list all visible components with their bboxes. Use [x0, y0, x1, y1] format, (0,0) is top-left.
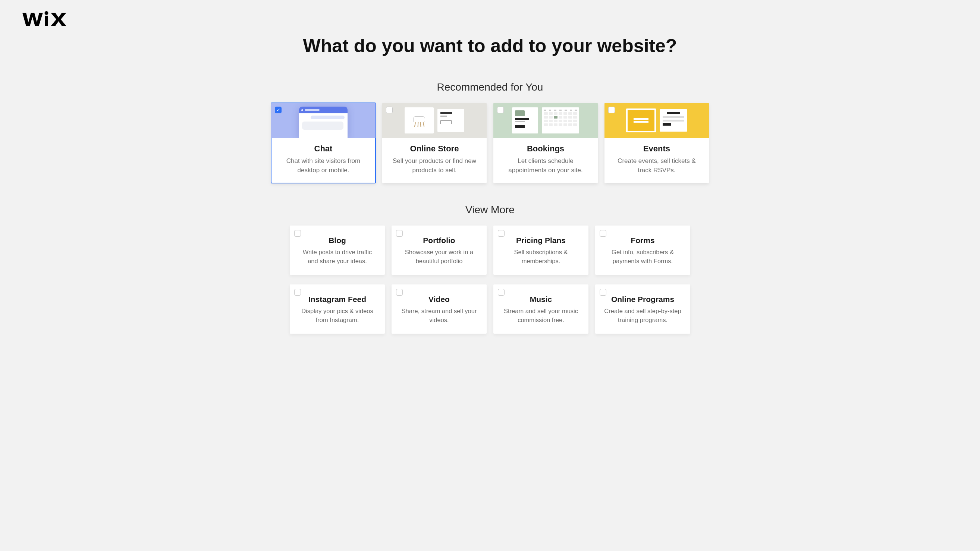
feature-desc: Sell your products or find new products … — [389, 157, 480, 175]
feature-title: Forms — [603, 236, 683, 245]
feature-title: Online Store — [389, 144, 480, 154]
feature-title: Music — [501, 295, 581, 304]
feature-desc: Let clients schedule appointments on you… — [500, 157, 591, 175]
feature-thumb-bookings — [493, 103, 598, 138]
feature-title: Pricing Plans — [501, 236, 581, 245]
checkbox-video[interactable] — [396, 289, 403, 295]
checkbox-online-store[interactable] — [386, 106, 393, 113]
feature-desc: Showcase your work in a beautiful portfo… — [399, 248, 479, 266]
feature-desc: Stream and sell your music commission fr… — [501, 307, 581, 325]
feature-desc: Display your pics & videos from Instagra… — [297, 307, 377, 325]
feature-thumb-online-store — [382, 103, 487, 138]
checkbox-pricing-plans[interactable] — [498, 230, 504, 237]
checkbox-events[interactable] — [608, 106, 615, 113]
feature-thumb-events — [605, 103, 709, 138]
feature-card-pricing-plans[interactable]: Pricing Plans Sell subscriptions & membe… — [493, 225, 589, 275]
svg-point-1 — [45, 11, 48, 15]
feature-title: Events — [611, 144, 702, 154]
checkbox-bookings[interactable] — [497, 106, 504, 113]
feature-card-online-programs[interactable]: Online Programs Create and sell step-by-… — [595, 284, 690, 333]
checkbox-music[interactable] — [498, 289, 504, 295]
feature-title: Online Programs — [603, 295, 683, 304]
feature-title: Chat — [278, 144, 369, 154]
feature-card-video[interactable]: Video Share, stream and sell your videos… — [391, 284, 487, 333]
view-more-heading: View More — [22, 204, 958, 216]
feature-card-forms[interactable]: Forms Get info, subscribers & payments w… — [595, 225, 690, 275]
feature-thumb-chat — [271, 103, 375, 138]
checkbox-blog[interactable] — [294, 230, 301, 237]
feature-title: Portfolio — [399, 236, 479, 245]
feature-card-bookings[interactable]: Bookings Let clients schedule appointmen… — [493, 103, 598, 183]
more-cards-row-1: Blog Write posts to drive traffic and sh… — [22, 225, 958, 275]
checkbox-portfolio[interactable] — [396, 230, 403, 237]
feature-desc: Sell subscriptions & memberships. — [501, 248, 581, 266]
feature-card-online-store[interactable]: Online Store Sell your products or find … — [382, 103, 487, 183]
checkbox-forms[interactable] — [600, 230, 606, 237]
feature-card-events[interactable]: Events Create events, sell tickets & tra… — [605, 103, 709, 183]
feature-desc: Write posts to drive traffic and share y… — [297, 248, 377, 266]
feature-title: Bookings — [500, 144, 591, 154]
feature-card-instagram-feed[interactable]: Instagram Feed Display your pics & video… — [290, 284, 385, 333]
svg-rect-0 — [45, 16, 48, 26]
feature-card-portfolio[interactable]: Portfolio Showcase your work in a beauti… — [391, 225, 487, 275]
recommended-heading: Recommended for You — [22, 81, 958, 93]
feature-card-blog[interactable]: Blog Write posts to drive traffic and sh… — [290, 225, 385, 275]
feature-desc: Chat with site visitors from desktop or … — [278, 157, 369, 175]
feature-card-music[interactable]: Music Stream and sell your music commiss… — [493, 284, 589, 333]
checkbox-chat[interactable] — [275, 106, 282, 113]
feature-title: Blog — [297, 236, 377, 245]
checkbox-online-programs[interactable] — [600, 289, 606, 295]
feature-card-chat[interactable]: Chat Chat with site visitors from deskto… — [271, 103, 375, 183]
feature-title: Video — [399, 295, 479, 304]
wix-logo[interactable] — [22, 11, 958, 28]
more-cards-row-2: Instagram Feed Display your pics & video… — [22, 284, 958, 333]
check-icon — [276, 108, 280, 112]
feature-desc: Create and sell step-by-step training pr… — [603, 307, 683, 325]
feature-desc: Share, stream and sell your videos. — [399, 307, 479, 325]
checkbox-instagram-feed[interactable] — [294, 289, 301, 295]
feature-desc: Get info, subscribers & payments with Fo… — [603, 248, 683, 266]
feature-title: Instagram Feed — [297, 295, 377, 304]
recommended-cards: Chat Chat with site visitors from deskto… — [22, 103, 958, 183]
feature-desc: Create events, sell tickets & track RSVP… — [611, 157, 702, 175]
page-title: What do you want to add to your website? — [22, 35, 958, 57]
